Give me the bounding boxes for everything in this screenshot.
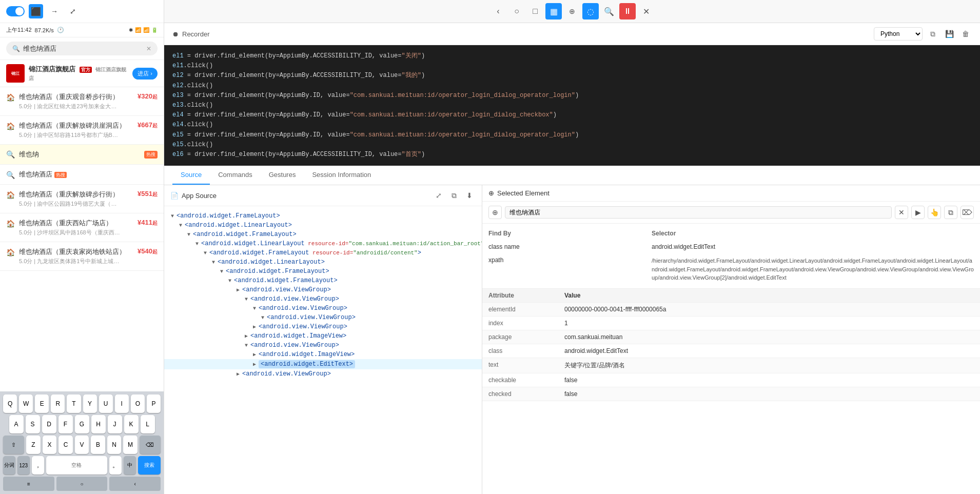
- tree-toggle[interactable]: ▼: [209, 260, 218, 265]
- tree-toggle[interactable]: ▼: [250, 306, 259, 311]
- tree-row[interactable]: ▼ <android.widget.FrameLayout>: [164, 230, 482, 239]
- key-j[interactable]: J: [108, 415, 122, 433]
- tree-row[interactable]: ▼ <android.view.ViewGroup>: [164, 294, 482, 304]
- key-b[interactable]: B: [91, 436, 105, 454]
- tree-toggle[interactable]: ▼: [242, 297, 250, 302]
- tree-row[interactable]: ▼ <android.view.ViewGroup>: [164, 304, 482, 313]
- key-l[interactable]: L: [141, 415, 155, 433]
- copy-element-btn[interactable]: ⧉: [944, 206, 957, 219]
- key-a[interactable]: A: [9, 415, 24, 433]
- key-f[interactable]: F: [58, 415, 73, 433]
- tab-source[interactable]: Source: [172, 166, 210, 185]
- tree-toggle[interactable]: ▼: [177, 223, 185, 228]
- tree-toggle[interactable]: ▶: [250, 361, 259, 367]
- key-shift[interactable]: ⇧: [3, 436, 24, 454]
- list-item[interactable]: 🏠 维也纳酒店（重庆西站广场店） 5.0分 | 沙坪坝区凤中路168号（重庆西站…: [0, 213, 164, 242]
- list-item[interactable]: 🏠 维也纳酒店（重庆观音桥步行街） 5.0分 | 渝北区红锦大道23号加来金大厦…: [0, 87, 164, 116]
- tree-row[interactable]: ▼ <android.widget.LinearLayout>: [164, 221, 482, 230]
- expand-tree-btn[interactable]: ⤢: [433, 189, 445, 202]
- key-123[interactable]: 123: [17, 456, 30, 475]
- key-v[interactable]: V: [75, 436, 89, 454]
- tree-toggle[interactable]: ▶: [250, 351, 259, 358]
- key-p[interactable]: P: [147, 394, 161, 413]
- key-r[interactable]: R: [51, 394, 65, 413]
- tree-toggle[interactable]: ▶: [242, 333, 250, 339]
- key-u[interactable]: U: [99, 394, 113, 413]
- tab-session-information[interactable]: Session Information: [304, 166, 379, 185]
- pause-btn[interactable]: ⏸: [619, 3, 636, 19]
- key-i[interactable]: I: [115, 394, 129, 413]
- key-space[interactable]: 空格: [46, 456, 108, 475]
- tap-element-btn[interactable]: 👆: [928, 206, 941, 219]
- key-backspace[interactable]: ⌫: [140, 436, 161, 454]
- download-tree-btn[interactable]: ⬇: [463, 189, 476, 202]
- expand-btn[interactable]: ⤢: [66, 4, 80, 18]
- key-s[interactable]: S: [26, 415, 40, 433]
- tree-toggle[interactable]: ▼: [193, 241, 201, 247]
- tree-row[interactable]: ▼ <android.widget.LinearLayout>: [164, 258, 482, 267]
- key-k[interactable]: K: [124, 415, 139, 433]
- key-n[interactable]: N: [107, 436, 122, 454]
- search-btn[interactable]: 🔍: [601, 3, 617, 19]
- key-t[interactable]: T: [67, 394, 81, 413]
- key-w[interactable]: W: [19, 394, 33, 413]
- tree-toggle[interactable]: ▼: [226, 278, 234, 284]
- key-g[interactable]: G: [75, 415, 89, 433]
- copy-tree-btn[interactable]: ⧉: [448, 189, 460, 202]
- key-h[interactable]: H: [91, 415, 106, 433]
- element-search-input[interactable]: [505, 206, 892, 219]
- save-code-btn[interactable]: 💾: [943, 28, 955, 40]
- key-y[interactable]: Y: [83, 394, 97, 413]
- arrow-btn[interactable]: →: [47, 4, 62, 18]
- kb-settings-btn[interactable]: ≡: [3, 477, 54, 491]
- key-c[interactable]: C: [58, 436, 73, 454]
- clear-field-btn[interactable]: ⌦: [961, 206, 974, 219]
- list-item[interactable]: 🔍 维也纳酒店 热搜: [0, 165, 164, 185]
- tree-toggle[interactable]: ▼: [259, 315, 267, 321]
- key-zh[interactable]: 中: [124, 456, 136, 475]
- tree-row[interactable]: ▼ <android.widget.FrameLayout>: [164, 276, 482, 285]
- search-input[interactable]: [23, 45, 143, 52]
- clear-element-btn[interactable]: ✕: [895, 206, 908, 219]
- tree-row[interactable]: ▼ <android.widget.FrameLayout>: [164, 211, 482, 221]
- screenshot-btn[interactable]: ⬛: [29, 4, 43, 18]
- key-comma[interactable]: ，: [32, 456, 44, 475]
- key-z[interactable]: Z: [26, 436, 41, 454]
- tree-toggle[interactable]: ▼: [168, 213, 177, 219]
- key-period[interactable]: 。: [109, 456, 122, 475]
- close-btn[interactable]: ✕: [638, 3, 654, 19]
- tree-row[interactable]: ▼ <android.view.ViewGroup>: [164, 341, 482, 350]
- back-btn[interactable]: ‹: [490, 3, 506, 19]
- tree-toggle[interactable]: ▶: [250, 324, 259, 330]
- list-item[interactable]: 🏠 维也纳酒店（重庆解放碑步行街） 5.0分 | 渝中区公园路19号德艺大厦（网…: [0, 185, 164, 213]
- record-btn[interactable]: ◌: [582, 3, 599, 19]
- inspector-btn[interactable]: ▦: [545, 3, 562, 19]
- key-q[interactable]: Q: [3, 394, 17, 413]
- clear-icon[interactable]: ✕: [146, 45, 151, 52]
- tree-row-selected[interactable]: ▶ <android.widget.EditText>: [164, 359, 482, 369]
- play-element-btn[interactable]: ▶: [911, 206, 925, 219]
- toggle-switch[interactable]: [6, 6, 25, 16]
- square-btn[interactable]: □: [527, 3, 543, 19]
- tree-row[interactable]: ▼ <android.widget.FrameLayout resource-i…: [164, 248, 482, 258]
- tree-row[interactable]: ▶ <android.view.ViewGroup>: [164, 285, 482, 294]
- key-e[interactable]: E: [35, 394, 49, 413]
- locate-element-btn[interactable]: ⊕: [488, 206, 502, 219]
- kb-home-btn[interactable]: ○: [56, 477, 108, 491]
- tree-toggle[interactable]: ▶: [234, 371, 242, 377]
- key-x[interactable]: X: [43, 436, 57, 454]
- tree-toggle[interactable]: ▼: [201, 250, 209, 256]
- settings-btn[interactable]: ⊕: [564, 3, 580, 19]
- key-m[interactable]: M: [123, 436, 138, 454]
- tree-row[interactable]: ▼ <android.view.ViewGroup>: [164, 313, 482, 322]
- key-search[interactable]: 搜索: [138, 456, 161, 475]
- tab-commands[interactable]: Commands: [210, 166, 260, 185]
- home-btn[interactable]: ○: [508, 3, 525, 19]
- kb-back-btn[interactable]: ‹: [109, 477, 161, 491]
- language-select[interactable]: Python Java JavaScript Ruby: [874, 27, 923, 41]
- tree-toggle[interactable]: ▼: [185, 232, 193, 238]
- search-suggestion[interactable]: 🔍 维也纳 热搜: [0, 145, 164, 165]
- tree-row[interactable]: ▶ <android.widget.ImageView>: [164, 350, 482, 359]
- list-item[interactable]: 🏠 维也纳酒店（重庆袁家岗地铁站店） 5.0分 | 九龙坡区奥体路1号中新城上城…: [0, 242, 164, 271]
- tree-toggle[interactable]: ▼: [242, 343, 250, 348]
